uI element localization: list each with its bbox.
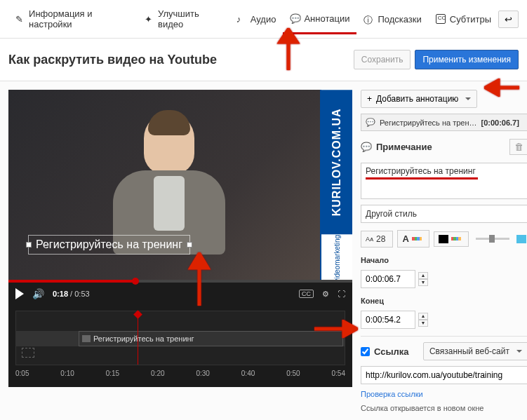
- save-button[interactable]: Сохранить: [354, 50, 411, 69]
- banner-tag: videomarketing: [321, 234, 352, 283]
- speech-icon: 💬: [361, 142, 372, 152]
- font-size-icon: Aᴀ: [366, 236, 373, 243]
- font-size-select[interactable]: Aᴀ 28: [361, 231, 393, 248]
- tab-label: Аннотации: [304, 13, 349, 24]
- time-scale: 0:05 0:10 0:15 0:20 0:30 0:40 0:50 0:54: [15, 370, 345, 377]
- clip-icon: [82, 335, 91, 342]
- note-text: Регистрируйтесь на тренинг: [366, 166, 476, 176]
- chevron-down-icon: [465, 97, 471, 100]
- tab-enhance[interactable]: ✦ Улучшить видео: [138, 0, 229, 38]
- step-up[interactable]: ▲: [418, 313, 428, 320]
- chevron-down-icon: [516, 350, 522, 353]
- bg-color-select[interactable]: [434, 231, 469, 247]
- end-time-input[interactable]: [361, 311, 415, 329]
- tab-audio[interactable]: ♪ Аудио: [229, 6, 283, 33]
- timeline-clip[interactable]: Регистрируйтесь на тренинг: [79, 331, 343, 346]
- editor-main: KURILOV.COM.UA videomarketing Регистриру…: [0, 81, 527, 420]
- font-style-select[interactable]: Другой стиль: [361, 205, 527, 223]
- link-type-label: Связанный веб-сайт: [429, 346, 509, 356]
- pencil-icon: ✎: [15, 14, 25, 24]
- info-icon: ⓘ: [363, 14, 373, 24]
- step-up[interactable]: ▲: [418, 272, 428, 279]
- clip-label: Регистрируйтесь на тренинг: [93, 334, 194, 343]
- annotation-text-input[interactable]: Регистрируйтесь на тренинг: [361, 163, 527, 199]
- timeline-area[interactable]: Регистрируйтесь на тренинг: [15, 311, 345, 365]
- tab-label: Аудио: [251, 14, 276, 25]
- step-down[interactable]: ▼: [418, 279, 428, 286]
- format-toolbar: Aᴀ 28 A: [361, 230, 527, 248]
- font-size-value: 28: [376, 234, 385, 244]
- tab-info[interactable]: ✎ Информация и настройки: [8, 0, 138, 38]
- annotation-overlay[interactable]: Регистрируйтесь на тренинг: [28, 235, 190, 255]
- video-column: KURILOV.COM.UA videomarketing Регистриру…: [8, 90, 352, 412]
- tab-label: Улучшить видео: [158, 8, 222, 29]
- tab-annotations[interactable]: 💬 Аннотации: [283, 5, 356, 34]
- step-down[interactable]: ▼: [418, 320, 428, 327]
- delete-button[interactable]: 🗑: [509, 139, 527, 155]
- start-label: Начало: [361, 256, 527, 264]
- progress-bar[interactable]: [8, 280, 352, 283]
- section-title: Примечание: [376, 142, 432, 152]
- add-label: Добавить аннотацию: [376, 94, 458, 104]
- timeline-track[interactable]: Регистрируйтесь на тренинг: [16, 331, 345, 346]
- tab-tips[interactable]: ⓘ Подсказки: [356, 6, 428, 33]
- note-icon: ♪: [236, 14, 246, 24]
- page-header: Как раскрутить видео на Youtube Сохранит…: [0, 39, 527, 81]
- note-section-header: 💬 Примечание 🗑: [361, 137, 527, 157]
- tab-label: Подсказки: [378, 14, 421, 25]
- opacity-slider[interactable]: [476, 238, 509, 240]
- apply-button[interactable]: Применить изменения: [415, 50, 519, 69]
- annotation-panel: + Добавить аннотацию 💬 Регистрируйтесь н…: [361, 90, 527, 412]
- tab-label: Субтитры: [450, 14, 491, 25]
- video-banner: KURILOV.COM.UA videomarketing: [320, 90, 352, 283]
- arrow-back-icon: ↩: [505, 14, 512, 25]
- timeline: Регистрируйтесь на тренинг 0:05 0:10 0:1…: [8, 305, 352, 387]
- selected-color-swatch[interactable]: [516, 235, 526, 243]
- speech-icon: 💬: [366, 118, 375, 127]
- time-display: 0:18 / 0:53: [53, 290, 90, 298]
- link-row: Ссылка Связанный веб-сайт: [361, 336, 527, 360]
- annotation-list-item[interactable]: 💬 Регистрируйтесь на трен… [0:00:06.7]: [361, 114, 527, 131]
- annotation-name: Регистрируйтесь на трен…: [380, 118, 476, 127]
- volume-icon[interactable]: 🔊: [32, 288, 44, 299]
- cc-toggle[interactable]: CC: [299, 290, 314, 298]
- tab-subtitles[interactable]: CC Субтитры: [429, 6, 498, 33]
- player-controls: 🔊 0:18 / 0:53 CC ⚙ ⛶: [8, 283, 352, 305]
- cc-icon: CC: [436, 14, 446, 24]
- plus-icon: +: [367, 94, 372, 104]
- settings-icon[interactable]: ⚙: [322, 290, 329, 299]
- text-color-select[interactable]: A: [397, 230, 429, 248]
- speech-icon: 💬: [290, 13, 300, 23]
- link-url-input[interactable]: [361, 366, 527, 384]
- link-type-select[interactable]: Связанный веб-сайт: [423, 342, 527, 360]
- check-link[interactable]: Проверка ссылки: [361, 390, 527, 398]
- style-label: Другой стиль: [366, 209, 417, 219]
- link-checkbox[interactable]: [361, 347, 370, 356]
- swatch-icon: [439, 235, 448, 243]
- banner-url: KURILOV.COM.UA: [321, 90, 352, 234]
- video-frame: KURILOV.COM.UA videomarketing Регистриру…: [8, 90, 352, 283]
- play-button[interactable]: [15, 288, 24, 299]
- trash-icon: 🗑: [514, 142, 523, 152]
- video-title: Как раскрутить видео на Youtube: [8, 53, 217, 67]
- wand-icon: ✦: [145, 14, 154, 24]
- editor-tabs: ✎ Информация и настройки ✦ Улучшить виде…: [0, 0, 527, 39]
- start-time-input[interactable]: [361, 270, 415, 288]
- annotation-time: [0:00:06.7]: [481, 118, 519, 127]
- tab-label: Информация и настройки: [29, 8, 131, 29]
- link-note: Ссылка открывается в новом окне: [361, 404, 527, 412]
- add-annotation-button[interactable]: + Добавить аннотацию: [361, 90, 477, 108]
- playhead[interactable]: [138, 311, 138, 365]
- back-button[interactable]: ↩: [498, 11, 519, 28]
- crop-icon[interactable]: [22, 348, 34, 358]
- link-label: Ссылка: [374, 346, 409, 357]
- video-player[interactable]: KURILOV.COM.UA videomarketing Регистриру…: [8, 90, 352, 283]
- fullscreen-icon[interactable]: ⛶: [338, 290, 345, 298]
- end-label: Конец: [361, 297, 527, 305]
